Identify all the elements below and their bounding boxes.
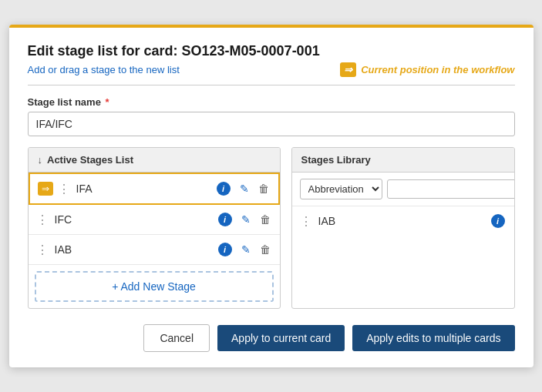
apply-current-button[interactable]: Apply to current card	[217, 325, 345, 351]
info-icon-ifa: i	[217, 182, 231, 196]
stages-library-panel: Stages Library Abbreviation Name ⋮ IAB i	[291, 147, 515, 309]
info-button-ifa[interactable]: i	[215, 180, 232, 197]
stage-actions-ifc: i ✎ 🗑	[217, 211, 272, 228]
stage-name-iab: IAB	[55, 243, 217, 256]
edit-button-ifa[interactable]: ✎	[238, 181, 251, 196]
active-stages-panel: ↓ Active Stages List ⇒ ⋮ IFA i ✎	[28, 147, 281, 309]
library-stage-row-iab: ⋮ IAB i	[292, 206, 514, 236]
stage-name-input[interactable]	[28, 112, 515, 136]
library-stage-name-iab: IAB	[318, 215, 490, 227]
pencil-icon-ifa: ✎	[240, 183, 249, 195]
trash-icon-iab: 🗑	[260, 243, 271, 256]
stage-row-ifc: ⋮ IFC i ✎ 🗑	[29, 205, 280, 235]
info-button-ifc[interactable]: i	[217, 211, 234, 228]
cancel-button[interactable]: Cancel	[143, 324, 210, 352]
drag-handle-icon[interactable]: ⋮	[36, 213, 49, 227]
active-stages-title: Active Stages List	[47, 154, 133, 166]
delete-button-ifa[interactable]: 🗑	[257, 181, 271, 196]
required-asterisk: *	[103, 96, 109, 108]
stage-actions-iab: i ✎ 🗑	[217, 241, 272, 258]
apply-multiple-button[interactable]: Apply edits to multiple cards	[352, 325, 514, 351]
stage-row-iab: ⋮ IAB i ✎ 🗑	[29, 235, 280, 265]
library-search-input[interactable]	[387, 179, 515, 199]
drag-handle-icon[interactable]: ⋮	[58, 182, 70, 196]
pencil-icon-iab: ✎	[241, 243, 251, 256]
library-search-row: Abbreviation Name	[292, 173, 514, 206]
stages-library-header: Stages Library	[292, 148, 514, 173]
lib-drag-handle-icon[interactable]: ⋮	[300, 214, 312, 229]
subtitle-row: Add or drag a stage to the new list ⇒ Cu…	[28, 62, 515, 85]
position-marker-icon: ⇒	[38, 182, 53, 196]
delete-button-iab[interactable]: 🗑	[258, 242, 272, 257]
pencil-icon-ifc: ✎	[241, 213, 251, 226]
current-position-label: Current position in the workflow	[361, 64, 514, 75]
add-new-stage-button[interactable]: + Add New Stage	[35, 271, 274, 302]
down-arrow-icon: ↓	[38, 154, 43, 166]
trash-icon-ifc: 🗑	[260, 213, 271, 226]
info-button-iab[interactable]: i	[217, 241, 234, 258]
delete-button-ifc[interactable]: 🗑	[258, 212, 272, 227]
info-icon-ifc: i	[218, 213, 232, 226]
modal-title: Edit stage list for card: SO123-M05-0007…	[28, 43, 515, 59]
position-arrow-icon: ⇒	[340, 62, 356, 77]
lib-info-icon-iab: i	[491, 214, 505, 228]
lib-info-button-iab[interactable]: i	[490, 213, 507, 230]
info-icon-iab: i	[218, 243, 232, 256]
active-stages-header: ↓ Active Stages List	[29, 148, 280, 173]
add-drag-link[interactable]: Add or drag a stage to the new list	[28, 64, 180, 75]
add-new-stage-label: + Add New Stage	[112, 280, 196, 293]
current-position-indicator: ⇒ Current position in the workflow	[340, 62, 514, 77]
edit-stage-modal: Edit stage list for card: SO123-M05-0007…	[9, 25, 534, 367]
stages-library-title: Stages Library	[301, 154, 371, 166]
stage-actions-ifa: i ✎ 🗑	[215, 180, 271, 197]
panels-row: ↓ Active Stages List ⇒ ⋮ IFA i ✎	[28, 147, 515, 309]
drag-handle-icon[interactable]: ⋮	[36, 243, 49, 257]
footer-row: Cancel Apply to current card Apply edits…	[28, 320, 515, 352]
edit-button-ifc[interactable]: ✎	[240, 212, 252, 227]
edit-button-iab[interactable]: ✎	[240, 242, 252, 257]
trash-icon-ifa: 🗑	[258, 183, 269, 195]
stage-row-ifa: ⇒ ⋮ IFA i ✎ 🗑	[29, 173, 280, 205]
stage-name-ifa: IFA	[76, 183, 215, 195]
stage-name-ifc: IFC	[55, 213, 217, 226]
stage-name-label: Stage list name *	[28, 96, 515, 108]
library-filter-select[interactable]: Abbreviation Name	[300, 179, 382, 199]
